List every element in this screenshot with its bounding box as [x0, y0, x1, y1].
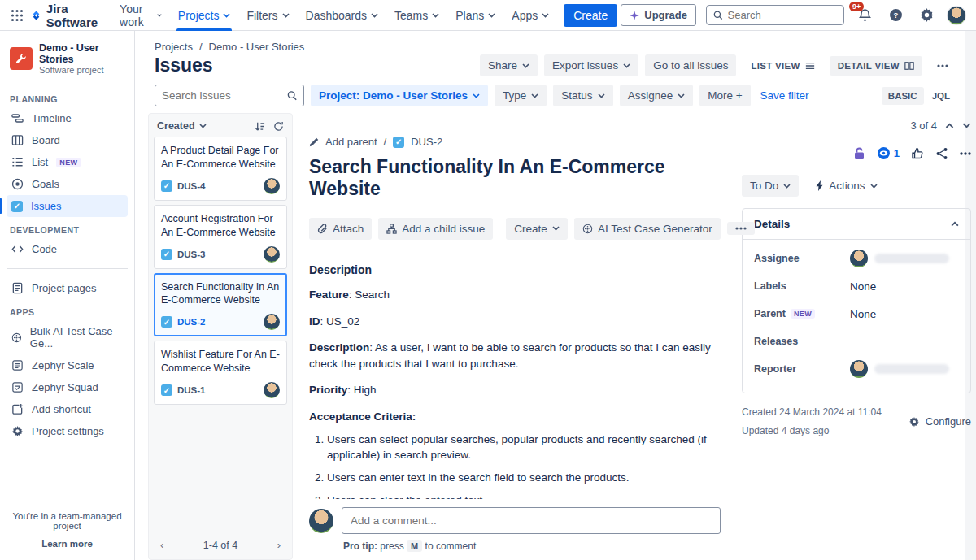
sidebar-item-project-pages[interactable]: Project pages	[7, 277, 128, 299]
list-view-toggle[interactable]: LIST VIEW	[743, 56, 822, 76]
share-button[interactable]: Share	[480, 54, 538, 76]
parent-field[interactable]: ParentNEW None	[754, 300, 959, 328]
issues-icon: ✓	[11, 201, 23, 212]
sidebar-item-zephyr-squad[interactable]: Zephyr Squad	[7, 376, 128, 398]
header-more-button[interactable]	[929, 59, 956, 72]
global-search-input[interactable]	[728, 9, 838, 21]
create-button[interactable]: Create	[564, 4, 617, 27]
nav-teams[interactable]: Teams	[388, 0, 446, 31]
export-issues-button[interactable]: Export issues	[544, 54, 638, 76]
project-header[interactable]: Demo - User Stories Software project	[7, 42, 128, 86]
sidebar-item-code[interactable]: Code	[7, 238, 128, 260]
vote-thumbs-up-icon[interactable]	[911, 147, 924, 160]
issue-card[interactable]: Wishlist Feature For An E-Commerce Websi…	[154, 341, 287, 405]
issue-key[interactable]: DUS-2	[411, 136, 442, 148]
add-child-issue-button[interactable]: Add a child issue	[378, 218, 493, 240]
basic-mode-toggle[interactable]: BASIC	[882, 87, 924, 105]
reporter-field[interactable]: Reporter	[754, 355, 959, 383]
upgrade-button[interactable]: Upgrade	[621, 4, 696, 26]
nav-projects[interactable]: Projects	[172, 0, 237, 31]
status-dropdown[interactable]: To Do	[742, 175, 799, 197]
sidebar-item-bulk-ai-test-case[interactable]: Bulk AI Test Case Ge...	[7, 320, 128, 354]
status-filter-chip[interactable]: Status	[553, 85, 612, 106]
nav-dashboards[interactable]: Dashboards	[299, 0, 386, 31]
breadcrumb-projects[interactable]: Projects	[155, 41, 193, 53]
add-shortcut-icon	[11, 403, 24, 415]
code-icon	[11, 243, 24, 255]
go-to-all-issues-button[interactable]: Go to all issues	[645, 54, 736, 76]
nav-apps[interactable]: Apps	[505, 0, 556, 31]
actions-dropdown[interactable]: Actions	[807, 175, 885, 197]
save-filter-link[interactable]: Save filter	[760, 89, 809, 102]
add-parent-button[interactable]: Add parent	[325, 136, 377, 148]
app-switcher-icon[interactable]	[10, 5, 24, 26]
updated-timestamp: Updated 4 days ago	[742, 422, 882, 441]
chevron-down-icon[interactable]	[962, 123, 971, 128]
assignee-field[interactable]: Assignee	[754, 245, 959, 272]
comment-input[interactable]	[342, 507, 721, 534]
jira-logo[interactable]: Jira Software	[31, 2, 102, 29]
jql-mode-toggle[interactable]: JQL	[926, 87, 956, 105]
share-icon[interactable]	[935, 147, 948, 160]
field-priority: Priority: High	[309, 382, 721, 398]
chevron-up-icon[interactable]	[945, 123, 954, 128]
next-page-arrow[interactable]: ›	[277, 539, 281, 551]
section-planning: PLANNING	[10, 94, 124, 104]
ai-test-case-generator-button[interactable]: AI Test Case Generator	[574, 218, 721, 240]
type-filter-chip[interactable]: Type	[495, 85, 547, 106]
task-type-icon: ✓	[161, 249, 172, 260]
user-avatar[interactable]	[947, 6, 966, 25]
chevron-down-icon	[371, 13, 378, 18]
watch-control[interactable]: 1	[877, 146, 900, 160]
section-apps: APPS	[10, 307, 124, 317]
sidebar-item-zephyr-scale[interactable]: Zephyr Scale	[7, 354, 128, 376]
sidebar-item-board[interactable]: Board	[7, 129, 128, 151]
nav-your-work[interactable]: Your work	[113, 0, 168, 31]
issue-list-panel: Created A Product Detail Page For An E-C…	[148, 113, 293, 560]
issue-detail-panel: Add parent / ✓ DUS-2 Search Functionalit…	[293, 113, 976, 560]
settings-button[interactable]	[916, 5, 937, 26]
issue-more-actions-button[interactable]	[727, 222, 755, 235]
more-ellipsis-icon	[735, 227, 747, 230]
search-issues-box[interactable]	[155, 85, 304, 106]
issue-title[interactable]: Search Functionality In An E-Commerce We…	[309, 156, 721, 200]
sidebar-item-issues[interactable]: ✓ Issues	[7, 195, 128, 217]
create-dropdown-button[interactable]: Create	[506, 218, 568, 240]
notifications-button[interactable]: 9+	[854, 5, 875, 26]
issue-card-selected[interactable]: Search Functionality In An E-Commerce We…	[154, 273, 287, 337]
labels-field[interactable]: Labels None	[754, 272, 959, 300]
project-filter-chip[interactable]: Project: Demo - User Stories	[311, 85, 488, 106]
sidebar-item-project-settings[interactable]: Project settings	[7, 420, 128, 442]
global-search[interactable]	[706, 5, 844, 25]
project-settings-gear-icon	[11, 425, 24, 437]
watch-count: 1	[894, 147, 900, 159]
sidebar-item-goals[interactable]: Goals	[7, 173, 128, 195]
chevron-down-icon	[552, 226, 560, 231]
details-card-header[interactable]: Details	[743, 209, 970, 240]
breadcrumb-separator: /	[199, 41, 203, 53]
configure-button[interactable]: Configure	[908, 403, 971, 441]
attach-button[interactable]: Attach	[309, 218, 372, 240]
nav-plans[interactable]: Plans	[449, 0, 502, 31]
lock-icon[interactable]	[853, 147, 865, 160]
nav-filters[interactable]: Filters	[240, 0, 295, 31]
issue-card[interactable]: Account Registration For An E-Commerce W…	[154, 205, 287, 269]
help-button[interactable]: ?	[885, 5, 906, 26]
sidebar-item-timeline[interactable]: Timeline	[7, 107, 128, 129]
learn-more-link[interactable]: Learn more	[7, 539, 128, 549]
sort-direction-icon[interactable]	[255, 121, 265, 132]
sidebar-item-list[interactable]: List NEW	[7, 151, 128, 173]
releases-field[interactable]: Releases	[754, 328, 959, 355]
task-type-icon: ✓	[393, 137, 404, 148]
sidebar-item-add-shortcut[interactable]: Add shortcut	[7, 398, 128, 420]
order-by-button[interactable]: Created	[157, 120, 207, 132]
assignee-filter-chip[interactable]: Assignee	[620, 85, 694, 106]
search-issues-input[interactable]	[162, 89, 287, 102]
more-ellipsis-icon[interactable]	[960, 152, 971, 155]
more-filters-chip[interactable]: More +	[699, 85, 750, 106]
issue-card[interactable]: A Product Detail Page For An E-Commerce …	[154, 137, 287, 201]
detail-view-toggle[interactable]: DETAIL VIEW	[830, 56, 922, 76]
prev-page-arrow[interactable]: ‹	[160, 539, 163, 551]
breadcrumb-project-name[interactable]: Demo - User Stories	[209, 41, 305, 53]
refresh-icon[interactable]	[273, 121, 284, 132]
